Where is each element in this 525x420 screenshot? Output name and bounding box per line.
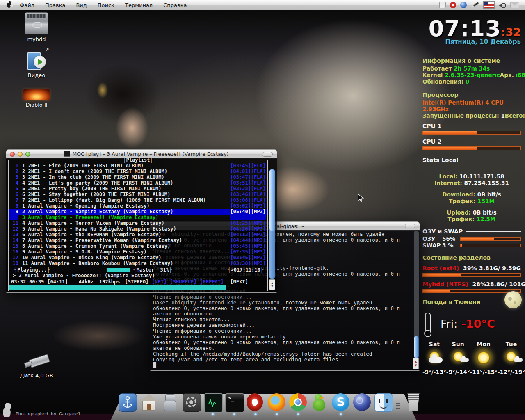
desktop-icon-myhdd[interactable]: myhdd [14,12,59,42]
terminal-line: обновлено 0, установлено 0 новых пакетов… [153,306,413,311]
clock-seconds: :32 [501,26,521,39]
playlist-track-row[interactable]: 6 6 2NE1 - Stay together (2009 THE FIRST… [9,192,267,197]
track-number: 12 [9,226,18,232]
today-label: Fri: [441,317,457,330]
volume-bar[interactable] [107,268,130,272]
track-progress-bar[interactable] [9,285,267,290]
terminal-scrollbar[interactable] [414,231,419,358]
track-title: 8 Aural Vampire - Crimson Tyrant (Vampir… [22,243,170,249]
brush-icon[interactable] [471,2,479,8]
terminal-minimize-capsule-button[interactable] [405,224,415,228]
dock-item-settings-gear[interactable] [181,392,201,415]
track-title: 7 Aural Vampire - Preservative Woman (Va… [22,237,182,243]
opera-tray-icon[interactable] [450,2,456,8]
menu-item[interactable]: Терминал [125,2,153,8]
running-indicator-dot [212,413,214,415]
playlist-track-row[interactable]: 7 7 2NE1 - Lollipop (feat. Big Bang) (20… [9,197,267,203]
playlist-track-row[interactable]: 10 3 Aural Vampire - Freeeeze!! (Vampire… [9,215,267,220]
forecast-temperatures: -9°/-13° [422,369,446,375]
forecast-temperatures: -12°/-19° [498,369,525,375]
dock-item-trash[interactable] [403,392,423,415]
dock-item-system-monitor[interactable] [203,392,223,415]
memory-row: ОЗУ 56% [422,236,521,242]
divider [422,53,521,53]
playlist-track-row[interactable]: 11 4 Aural Vampire - Terror Vixen (Vampi… [9,220,267,226]
menu-item[interactable]: Вид [76,2,87,8]
net-flag[interactable]: [NET] [152,279,167,285]
us-flag-icon[interactable] [483,1,495,9]
close-button[interactable] [10,152,15,157]
playlist-track-row[interactable]: 4 4 2NE1 - Let's go party (2009 THE FIRS… [9,180,267,186]
terminal-scroll-arrows[interactable] [413,358,419,369]
kernel: Kernel 2.6.35-23-generic [422,72,500,78]
terminal-line: Copying /var and /etc to temp area and e… [153,357,413,363]
menu-item[interactable]: Правка [45,2,65,8]
menu-item[interactable]: Поиск [98,2,114,8]
dock-item-skype[interactable] [331,392,351,415]
track-duration: [01:25][MP3] [230,220,266,226]
desktop-icon-usb-disk[interactable]: Диск 4,0 GB [14,354,59,379]
dock-separator-grip[interactable] [395,392,402,415]
dock-item-firefox[interactable] [267,392,287,415]
moc-scroll-arrows[interactable] [269,279,275,290]
dock-item-list [117,392,393,415]
moc-minimize-capsule-button[interactable] [262,152,273,157]
memory-label: SWAP [422,242,442,249]
desktop-icon-diablo2[interactable]: Diablo II [14,89,59,108]
volume-icon[interactable] [499,2,506,8]
dock-item-docky-anchor[interactable] [117,392,137,415]
dock-item-finder[interactable] [373,392,393,415]
playlist-track-row[interactable]: 3 3 2NE1 - In the club (2009 THE FIRST M… [9,174,267,180]
partition-percent: 39% [463,265,477,272]
moc-scrollbar-thumb[interactable] [269,169,275,231]
playlist-track-row[interactable]: 1 1 2NE1 - Fire (2009 THE FIRST MINI ALB… [9,163,267,169]
globe-icon[interactable] [460,2,467,8]
minimize-button[interactable] [18,152,23,157]
dock-item-terminal[interactable] [224,392,244,415]
playlist-track-row[interactable]: 17 10 Aural Vampire - Disco King (Vampir… [9,255,267,260]
uptime: Работает 2h 57m 34s [422,65,490,72]
mail-icon[interactable] [510,2,519,8]
playlist-track-row[interactable]: 15 8 Aural Vampire - Crimson Tyrant (Vam… [9,243,267,249]
playlist-track-row[interactable]: 2 2 2NE1 - I don't care (2009 THE FIRST … [9,169,267,174]
dock-item-opera[interactable] [245,392,265,415]
playlist-track-row[interactable]: 18 11 Aural Vampire - Banboro Koubou (Va… [9,260,267,266]
track-number: 7 [9,197,18,203]
playlist-track-row[interactable]: 16 9 Aural Vampire - S.O.B. (Vampire Ecs… [9,249,267,255]
shuffle-flag[interactable]: [SHUFFLE] [170,279,196,285]
dock-item-web-orb[interactable] [352,392,372,415]
moc-scrollbar[interactable] [269,169,275,279]
partitions-header: Состояние разделов [422,254,521,261]
terminal-scrollbar-thumb[interactable] [414,336,419,358]
now-playing-line: > 3 Aural Vampire - Freeeeze!! (Vampire … [9,273,267,279]
dock-item-chromium[interactable] [288,392,308,415]
repeat-flag[interactable]: [REPEAT] [200,279,224,285]
dock-item-green-duck[interactable] [309,392,329,415]
track-number: 9 [9,209,18,215]
upload-traffic: Трафик: 12.5M [422,216,521,222]
track-number: 5 [9,186,18,192]
conky-panel: 07:13:32 Пятница, 10 Декабрь Информация … [422,16,521,375]
terminal-line: Построение дерева зависимостей... [153,322,413,328]
playlist-track-row[interactable]: 14 7 Aural Vampire - Preservative Woman … [9,237,267,243]
zoom-button[interactable] [25,152,30,157]
dock-item-robot-app[interactable] [160,392,180,415]
menu-item[interactable]: Файл [20,2,34,8]
playlist-track-row[interactable]: 9 2 Aural Vampire - Vampire Ecstasy (Vam… [9,209,267,215]
running-indicator-dot [254,413,257,415]
apple-menu-icon[interactable] [6,2,12,8]
playlist-track-row[interactable]: 8 1 Aural Vampire - Opening (Vampire Ecs… [9,203,267,209]
playlist-track-row[interactable]: 13 6 Aural Vampire - the REPOMAN (Vampir… [9,232,267,237]
next-flag[interactable]: [NEXT] [230,279,248,285]
desktop-icon-video[interactable]: ↗ Видео [14,50,59,78]
menu-item[interactable]: Справка [163,2,187,8]
playlist-track-row[interactable]: 12 5 Aural Vampire - Hana No Sakigake (V… [9,226,267,232]
dock-item-home[interactable] [139,392,159,415]
updates: Обновления: 0 [422,78,469,85]
notes-icon[interactable] [439,2,446,8]
cpu-model: Intel(R) Pentium(R) 4 CPU 2.93GHz [422,99,521,112]
weather-condition-icon [470,350,498,369]
playlist-track-row[interactable]: 5 5 2NE1 - Pretty boy (2009 THE FIRST MI… [9,186,267,192]
cpu-core-label: CPU 2 [422,138,442,145]
track-title: 9 Aural Vampire - S.O.B. (Vampire Ecstas… [22,249,146,255]
